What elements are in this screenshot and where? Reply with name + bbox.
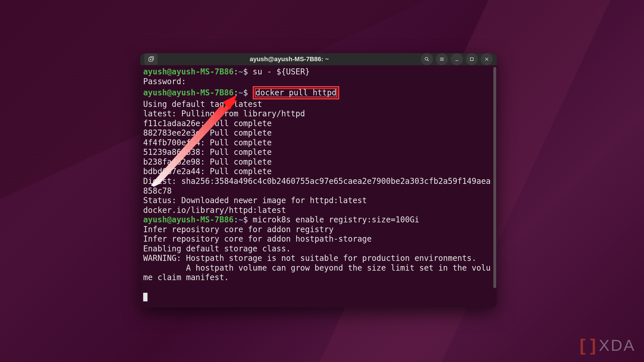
- window-title: ayush@ayush-MS-7B86: ~: [160, 55, 418, 63]
- watermark: [ ] XDA: [580, 335, 635, 355]
- output-line: 882783ee2e3e: Pull complete: [143, 128, 277, 137]
- prompt-separator: :: [234, 215, 239, 224]
- output-line: Infer repository core for addon hostpath…: [143, 234, 372, 243]
- output-line: Password:: [143, 77, 191, 86]
- prompt-dollar: $: [243, 88, 248, 97]
- maximize-button[interactable]: [466, 53, 478, 65]
- titlebar: ayush@ayush-MS-7B86: ~: [140, 53, 497, 65]
- prompt-user-host: ayush@ayush-MS-7B86: [143, 215, 234, 224]
- output-line: Status: Downloaded newer image for httpd…: [143, 196, 367, 205]
- prompt-path: ~: [238, 88, 243, 97]
- terminal-window: ayush@ayush-MS-7B86: ~ ayush@ayush-MS-7B…: [140, 53, 497, 307]
- svg-point-1: [425, 57, 428, 60]
- prompt-separator: :: [234, 88, 239, 97]
- command-microk8s: microk8s enable registry:size=100Gi: [253, 215, 419, 224]
- window-controls: [421, 53, 493, 65]
- output-line: WARNING: Hostpath storage is not suitabl…: [143, 253, 476, 263]
- output-line: Digest: sha256:3584a496c4c0b2460755ac97e…: [143, 176, 491, 195]
- prompt-separator: :: [234, 67, 239, 76]
- output-line: 51239a864b38: Pull complete: [143, 147, 277, 157]
- watermark-text: XDA: [599, 336, 635, 355]
- search-button[interactable]: [421, 53, 433, 65]
- output-line: docker.io/library/httpd:latest: [143, 205, 286, 215]
- prompt-dollar: $: [243, 215, 248, 224]
- prompt-user-host: ayush@ayush-MS-7B86: [143, 67, 234, 76]
- prompt-dollar: $: [243, 67, 248, 76]
- command-su: su - ${USER}: [253, 67, 310, 76]
- scrollbar[interactable]: [493, 67, 496, 288]
- menu-button[interactable]: [436, 53, 448, 65]
- output-line: Infer repository core for addon registry: [143, 225, 334, 234]
- svg-rect-2: [470, 58, 473, 61]
- output-line: Enabling default storage class.: [143, 244, 291, 253]
- prompt-user-host: ayush@ayush-MS-7B86: [143, 88, 234, 97]
- watermark-bracket-icon: [ ]: [580, 335, 596, 355]
- new-tab-button[interactable]: [144, 53, 158, 65]
- minimize-button[interactable]: [451, 53, 463, 65]
- terminal-output[interactable]: ayush@ayush-MS-7B86:~$ su - ${USER} Pass…: [140, 65, 497, 307]
- terminal-cursor: [143, 293, 147, 301]
- output-line: Using default tag: latest: [143, 99, 262, 109]
- close-button[interactable]: [481, 53, 493, 65]
- output-line: bdbd687e2a44: Pull complete: [143, 167, 277, 176]
- output-line: b238fa462e98: Pull complete: [143, 157, 277, 166]
- output-line: A hostpath volume can grow beyond the si…: [143, 263, 491, 282]
- output-line: latest: Pulling from library/httpd: [143, 109, 305, 118]
- output-line: f11c1adaa26e: Pull complete: [143, 119, 277, 128]
- prompt-path: ~: [238, 215, 243, 224]
- output-line: 4f4fb700ef54: Pull complete: [143, 138, 277, 147]
- highlighted-command: docker pull httpd: [253, 86, 339, 99]
- prompt-path: ~: [238, 67, 243, 76]
- command-docker-pull: docker pull httpd: [256, 88, 336, 97]
